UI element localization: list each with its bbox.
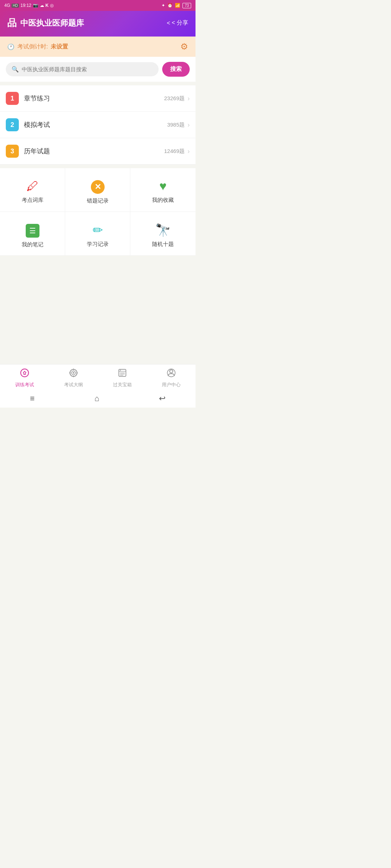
clock-icon: 🕐 — [7, 43, 14, 50]
feature-label-xuexi: 学习记录 — [87, 241, 109, 248]
category-name-1: 章节练习 — [24, 94, 164, 103]
svg-point-0 — [21, 369, 29, 377]
cloud-icon: ☁ — [40, 3, 44, 8]
feature-random[interactable]: 🔭 随机十题 — [130, 212, 196, 256]
category-count-2: 3985题 — [167, 122, 185, 128]
feature-biji[interactable]: ☰ 我的笔记 — [0, 212, 65, 256]
category-item-2[interactable]: 2 模拟考试 3985题 › — [0, 112, 196, 138]
k-icon: K — [46, 3, 49, 8]
photo-icon: 📷 — [33, 3, 38, 8]
nav-label-outline: 考试大纲 — [64, 382, 83, 388]
user-icon — [167, 368, 176, 380]
feature-label-random: 随机十题 — [152, 241, 174, 248]
category-count-1: 23269题 — [164, 95, 185, 102]
status-right: ✦ ⏰ 📶 73 — [161, 3, 191, 8]
feature-grid: 🖊 考点词库 ✕ 错题记录 ♥ 我的收藏 ☰ 我的笔记 ✏ 学习记录 🔭 随机十… — [0, 168, 196, 256]
wifi-icon: 📶 — [175, 3, 180, 8]
search-section: 🔍 搜索 — [0, 57, 196, 82]
search-input[interactable] — [22, 66, 153, 72]
search-input-wrap: 🔍 — [6, 62, 159, 76]
category-name-2: 模拟考试 — [24, 120, 167, 129]
bottom-nav: 训练考试 考试大纲 过关宝箱 — [0, 364, 196, 390]
menu-button[interactable]: ≡ — [30, 394, 35, 403]
category-num-2: 2 — [6, 118, 19, 131]
category-num-3: 3 — [6, 145, 19, 158]
svg-point-14 — [169, 370, 173, 373]
category-item-1[interactable]: 1 章节练习 23269题 › — [0, 85, 196, 112]
category-list: 1 章节练习 23269题 › 2 模拟考试 3985题 › 3 历年试题 12… — [0, 85, 196, 165]
feature-label-kaodian: 考点词库 — [22, 197, 43, 204]
binoculars-icon: 🔭 — [155, 223, 171, 237]
settings-icon[interactable]: ⚙ — [180, 42, 188, 52]
alarm-icon: ⏰ — [167, 3, 173, 8]
book-icon — [118, 368, 127, 380]
bluetooth-icon: ✦ — [161, 3, 165, 8]
feature-xuexi[interactable]: ✏ 学习记录 — [65, 212, 130, 256]
hd-badge: HD — [12, 4, 19, 8]
feature-cuoti[interactable]: ✕ 错题记录 — [65, 168, 130, 212]
svg-point-3 — [72, 372, 74, 374]
arrow-icon-2: › — [188, 121, 190, 129]
countdown-left: 🕐 考试倒计时: 未设置 — [7, 43, 68, 51]
arrow-icon-3: › — [188, 148, 190, 155]
app-icon: 品 — [7, 17, 17, 29]
home-button[interactable]: ⌂ — [94, 394, 99, 403]
signal-icon: 4G — [4, 3, 10, 8]
nav-train[interactable]: 训练考试 — [0, 368, 49, 388]
search-button[interactable]: 搜索 — [162, 62, 190, 77]
search-bar: 🔍 搜索 — [6, 62, 190, 77]
nav-treasure[interactable]: 过关宝箱 — [98, 368, 147, 388]
back-button[interactable]: ↩ — [159, 394, 165, 403]
countdown-bar: 🕐 考试倒计时: 未设置 ⚙ — [0, 37, 196, 57]
wrong-icon: ✕ — [91, 178, 105, 194]
study-icon: ✏ — [93, 223, 103, 237]
header-left: 品 中医执业医师题库 — [7, 17, 84, 29]
feature-kaodian[interactable]: 🖊 考点词库 — [0, 168, 65, 212]
search-icon: 🔍 — [12, 66, 19, 73]
category-item-3[interactable]: 3 历年试题 12469题 › — [0, 138, 196, 165]
nav-label-treasure: 过关宝箱 — [113, 382, 132, 388]
compass-icon: ◎ — [50, 3, 54, 8]
target-icon — [69, 368, 78, 380]
feature-label-cuoti: 错题记录 — [87, 197, 109, 204]
share-button[interactable]: < < 分享 — [167, 19, 188, 27]
status-left: 4G HD 19:12 📷 ☁ K ◎ — [4, 3, 54, 8]
app-title: 中医执业医师题库 — [20, 18, 84, 29]
arrow-icon-1: › — [188, 95, 190, 102]
feature-label-biji: 我的笔记 — [22, 241, 43, 248]
nav-user[interactable]: 用户中心 — [147, 368, 196, 388]
status-bar: 4G HD 19:12 📷 ☁ K ◎ ✦ ⏰ 📶 73 — [0, 0, 196, 11]
feature-shoucang[interactable]: ♥ 我的收藏 — [130, 168, 196, 212]
share-label: < 分享 — [172, 19, 188, 27]
feature-label-shoucang: 我的收藏 — [152, 197, 174, 204]
battery: 73 — [182, 3, 191, 8]
countdown-label: 考试倒计时: — [17, 43, 48, 51]
pencil-icon: 🖊 — [26, 179, 39, 193]
heart-icon: ♥ — [159, 179, 167, 193]
home-icon — [20, 368, 29, 380]
nav-label-train: 训练考试 — [15, 382, 34, 388]
countdown-value: 未设置 — [51, 43, 68, 51]
category-count-3: 12469题 — [164, 148, 185, 155]
share-icon: < — [167, 20, 170, 26]
app-header: 品 中医执业医师题库 < < 分享 — [0, 11, 196, 37]
system-bar: ≡ ⌂ ↩ — [0, 390, 196, 408]
notes-icon: ☰ — [26, 222, 39, 238]
nav-outline[interactable]: 考试大纲 — [49, 368, 98, 388]
category-num-1: 1 — [6, 92, 19, 105]
category-name-3: 历年试题 — [24, 147, 164, 156]
bottom-spacer — [0, 256, 196, 364]
nav-label-user: 用户中心 — [162, 382, 181, 388]
time: 19:12 — [20, 3, 31, 8]
